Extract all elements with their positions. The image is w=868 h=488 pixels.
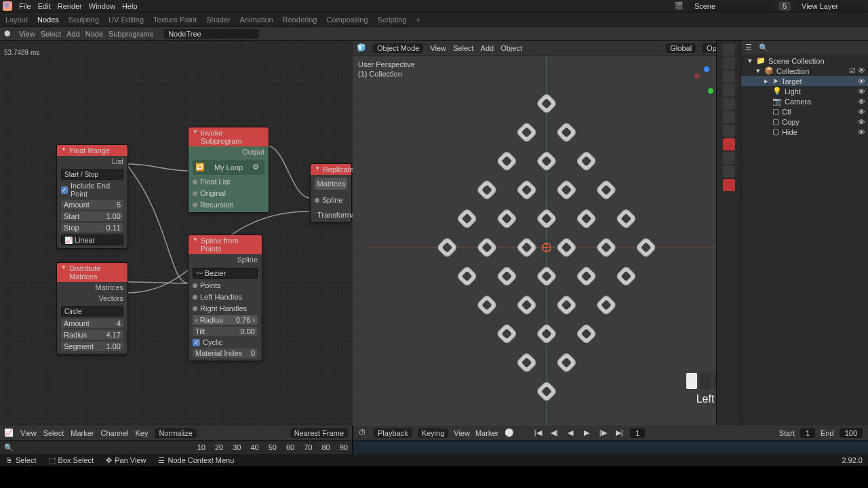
amount-field[interactable]: Amount5: [61, 200, 123, 209]
material-index[interactable]: Material Index0: [193, 348, 258, 358]
nh-subprograms[interactable]: Subprograms: [108, 30, 153, 38]
include-end-point[interactable]: ✓Include End Point: [61, 182, 123, 198]
tab-texture[interactable]: Texture Paint: [153, 16, 197, 24]
in-recursion[interactable]: Recursion: [193, 200, 264, 209]
timeline-ruler[interactable]: [353, 441, 868, 454]
playback-menu[interactable]: Playback: [374, 428, 412, 438]
current-frame[interactable]: 1: [630, 428, 645, 438]
nh-view[interactable]: View: [19, 30, 35, 38]
tab-layout[interactable]: Layout: [5, 16, 28, 24]
gh-view[interactable]: View: [20, 429, 37, 437]
play-icon[interactable]: ▶: [581, 428, 592, 438]
prop-object[interactable]: [723, 111, 735, 123]
vp-object[interactable]: Object: [500, 44, 522, 52]
menu-window[interactable]: Window: [89, 2, 115, 10]
tab-sculpting[interactable]: Sculpting: [68, 16, 99, 24]
start-field[interactable]: Start1.00: [61, 211, 123, 221]
out-matrices[interactable]: Matrices: [57, 282, 127, 293]
outliner-item-target[interactable]: ▸➤Target👁: [741, 76, 868, 86]
spline-cyclic[interactable]: ✓Cyclic: [193, 338, 258, 346]
normalize-toggle[interactable]: Normalize: [155, 428, 197, 438]
view-layer-name[interactable]: View Layer: [797, 1, 865, 11]
float-range-mode[interactable]: Start / Stop: [61, 169, 123, 180]
scene-name[interactable]: Scene: [690, 1, 772, 11]
prop-world[interactable]: [723, 98, 735, 110]
search-icon[interactable]: 🔍: [759, 43, 768, 52]
out-output[interactable]: Output: [189, 146, 269, 157]
outliner-type-icon[interactable]: ☰: [745, 43, 755, 52]
shape-mode[interactable]: Circle: [61, 306, 123, 317]
outliner-item-hide[interactable]: ▢Hide👁: [741, 127, 868, 137]
dm-amount[interactable]: Amount4: [61, 319, 123, 328]
autokey-icon[interactable]: ⚪: [504, 428, 515, 438]
next-key-icon[interactable]: |▶: [597, 428, 608, 438]
menu-help[interactable]: Help: [122, 2, 138, 10]
gh-marker[interactable]: Marker: [71, 429, 94, 437]
orientation[interactable]: Global: [666, 43, 696, 53]
node-replicate[interactable]: ▼Replicate Matrices Spline Transformati: [311, 164, 351, 222]
spline-radius[interactable]: ‹ Radius0.76 ›: [193, 315, 258, 325]
gh-key[interactable]: Key: [135, 429, 148, 437]
timeline-editor-icon[interactable]: ⏱: [359, 428, 368, 438]
start-frame[interactable]: 1: [800, 428, 815, 438]
viewport-canvas[interactable]: [353, 56, 741, 426]
outliner-collection[interactable]: ▾📦Collection☑👁: [741, 66, 868, 76]
graph-editor-icon[interactable]: 📈: [4, 428, 14, 438]
3d-viewport[interactable]: 🧊 Object Mode View Select Add Object Glo…: [353, 41, 741, 426]
in-transform[interactable]: Transformati: [315, 210, 347, 220]
spline-type[interactable]: 〰 Bezier: [193, 268, 258, 279]
prop-physics[interactable]: [723, 152, 735, 164]
node-float-range[interactable]: ▼Float Range List Start / Stop ✓Include …: [57, 145, 127, 248]
menu-file[interactable]: File: [19, 2, 31, 10]
tab-uv[interactable]: UV Editing: [108, 16, 144, 24]
prop-material[interactable]: [723, 179, 735, 191]
out-list[interactable]: List: [57, 156, 127, 167]
interp-mode[interactable]: 📈 Linear: [61, 235, 123, 245]
in-spline[interactable]: Spline: [315, 195, 347, 205]
dm-segment[interactable]: Segment1.00: [61, 342, 123, 351]
in-float-list[interactable]: Float List: [193, 177, 264, 186]
vp-view[interactable]: View: [430, 44, 446, 52]
menu-render[interactable]: Render: [58, 2, 82, 10]
in-right-handles[interactable]: Right Handles: [193, 304, 258, 313]
out-matrices[interactable]: Matrices: [315, 178, 347, 190]
prop-modifier[interactable]: [723, 125, 735, 137]
tab-scripting[interactable]: Scripting: [378, 16, 407, 24]
tab-add[interactable]: +: [416, 16, 420, 24]
out-vectors[interactable]: Vectors: [57, 293, 127, 304]
prop-render[interactable]: [723, 43, 735, 56]
nodetree-selector[interactable]: NodeTree: [164, 29, 259, 39]
prop-scene[interactable]: [723, 84, 735, 96]
in-left-handles[interactable]: Left Handles: [193, 292, 258, 302]
tab-nodes[interactable]: Nodes: [37, 16, 59, 24]
dm-radius[interactable]: Radius4.17: [61, 330, 123, 340]
nh-node[interactable]: Node: [85, 30, 103, 38]
outliner-item-copy[interactable]: ▢Copy👁: [741, 117, 868, 127]
outliner-item-light[interactable]: 💡Light👁: [741, 86, 868, 96]
out-spline[interactable]: Spline: [189, 254, 262, 265]
tl-marker[interactable]: Marker: [475, 429, 498, 437]
outliner-item-ctl[interactable]: ▢Ctl👁: [741, 106, 868, 117]
subprogram-name[interactable]: My Loop: [208, 163, 250, 171]
node-invoke-subprogram[interactable]: ▼Invoke Subprogram Output 🔁 My Loop ⚙ Fl…: [189, 127, 269, 212]
tab-rendering[interactable]: Rendering: [283, 16, 317, 24]
jump-start-icon[interactable]: |◀: [532, 428, 543, 438]
stop-field[interactable]: Stop0.11: [61, 223, 123, 232]
editor-type-icon[interactable]: 🧊: [357, 43, 366, 53]
settings-icon[interactable]: ⚙: [252, 163, 262, 172]
menu-edit[interactable]: Edit: [38, 2, 51, 10]
nh-select[interactable]: Select: [41, 30, 62, 38]
prop-constraints[interactable]: [723, 165, 735, 178]
tab-compositing[interactable]: Compositing: [326, 16, 368, 24]
outliner-scene-collection[interactable]: ▾📁Scene Collection: [741, 56, 868, 66]
node-editor[interactable]: 53.7489 ms ▼Float Range List Start / Sto…: [0, 41, 353, 426]
nh-add[interactable]: Add: [66, 30, 80, 38]
node-spline-from-points[interactable]: ▼Spline from Points Spline 〰 Bezier Poin…: [189, 235, 262, 361]
editor-type-icon[interactable]: ⬢: [4, 29, 14, 39]
tab-animation[interactable]: Animation: [240, 16, 273, 24]
gh-select[interactable]: Select: [43, 429, 64, 437]
vp-add[interactable]: Add: [481, 44, 494, 52]
in-original[interactable]: Original: [193, 188, 264, 198]
spline-tilt[interactable]: Tilt0.00: [193, 327, 258, 336]
prop-particles[interactable]: [723, 138, 735, 150]
